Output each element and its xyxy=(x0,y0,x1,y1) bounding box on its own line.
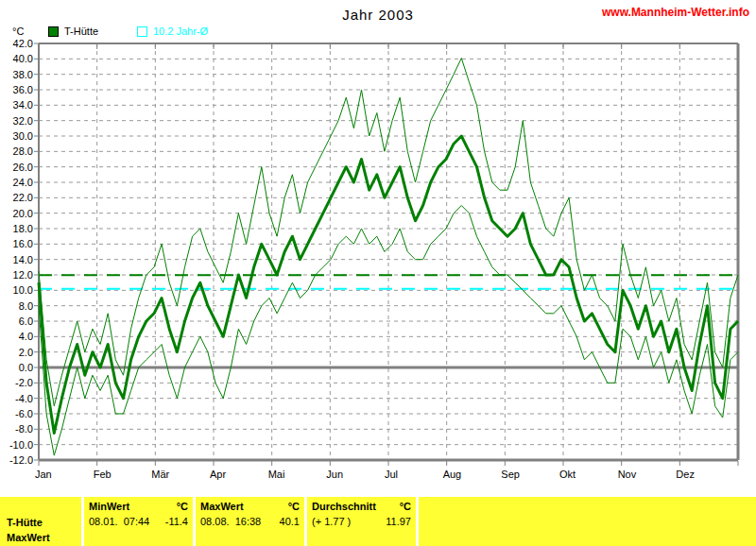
y-axis-unit-label: °C xyxy=(12,26,24,37)
maxwert-unit: °C xyxy=(288,501,300,512)
y-axis-label: 28.0 xyxy=(13,145,33,157)
y-axis-label: -6.0 xyxy=(15,408,33,419)
table-column-durchschnitt: Durchschnitt °C (+ 1.77 ) 11.97 xyxy=(307,497,416,546)
durchschnitt-unit: °C xyxy=(400,501,411,512)
y-axis-label: -12.0 xyxy=(9,454,33,466)
x-axis-label: Feb xyxy=(94,469,112,480)
minwert-header: MinWert xyxy=(89,501,129,512)
table-column-minwert: MinWert °C 08.01. 07:44 -11.4 xyxy=(84,497,193,546)
durchschnitt-anomaly: (+ 1.77 ) xyxy=(312,516,351,527)
x-axis-label: Okt xyxy=(559,469,576,480)
y-axis-label: 2.0 xyxy=(19,347,33,358)
x-axis-label: Aug xyxy=(443,469,462,480)
y-axis-label: 8.0 xyxy=(19,300,33,312)
legend-label-t-huette: T-Hütte xyxy=(64,26,98,37)
y-axis-label: 12.0 xyxy=(13,269,33,281)
y-axis-label: 20.0 xyxy=(13,208,33,219)
y-axis-label: 24.0 xyxy=(13,177,33,188)
y-axis-label: 10.0 xyxy=(13,284,33,296)
x-axis-label: Mai xyxy=(268,469,285,480)
table-row-label-t-huette: T-Hütte xyxy=(7,517,43,528)
y-axis-label: -10.0 xyxy=(9,439,33,451)
y-axis-label: 22.0 xyxy=(13,192,33,203)
durchschnitt-header: Durchschnitt xyxy=(312,501,376,512)
table-row-labels-column: T-Hütte MaxWert xyxy=(0,497,81,546)
y-axis-label: 32.0 xyxy=(13,115,33,127)
y-axis-label: 14.0 xyxy=(13,254,33,265)
legend-swatch-green-icon xyxy=(48,26,59,37)
y-axis-label: 38.0 xyxy=(13,69,33,80)
y-axis-label: 16.0 xyxy=(13,238,33,249)
y-axis-label: -8.0 xyxy=(15,423,33,435)
minwert-value: -11.4 xyxy=(165,516,188,527)
legend-swatch-cyan-icon xyxy=(137,26,147,37)
x-axis-label: Sep xyxy=(501,469,520,480)
maxwert-value: 40.1 xyxy=(280,516,300,527)
y-axis-label: 6.0 xyxy=(19,316,33,327)
legend-item-t-huette: T-Hütte xyxy=(48,26,98,37)
website-link[interactable]: www.Mannheim-Wetter.info xyxy=(602,6,749,19)
durchschnitt-value: 11.97 xyxy=(386,516,411,527)
y-axis-label: 0.0 xyxy=(19,362,33,373)
minwert-datetime: 08.01. 07:44 xyxy=(89,516,149,527)
y-axis-label: 34.0 xyxy=(13,99,33,111)
table-column-maxwert: MaxWert °C 08.08. 16:38 40.1 xyxy=(196,497,304,546)
y-axis-label: 18.0 xyxy=(13,223,33,234)
y-axis-label: 30.0 xyxy=(13,130,33,142)
maxwert-datetime: 08.08. 16:38 xyxy=(200,516,261,527)
y-axis-label: 26.0 xyxy=(13,162,33,173)
chart-svg: JanFebMärAprMaiJunJulAugSepOktNovDez42.0… xyxy=(0,0,756,497)
x-axis-label: Nov xyxy=(618,469,637,480)
y-axis-label: -2.0 xyxy=(15,377,33,388)
x-axis-label: Mär xyxy=(151,469,169,480)
x-axis-label: Jun xyxy=(326,469,343,480)
y-axis-label: 42.0 xyxy=(13,38,33,49)
legend-item-longterm-average: 10.2 Jahr-Ø xyxy=(137,26,208,37)
x-axis-label: Dez xyxy=(676,469,695,480)
x-axis-label: Apr xyxy=(210,469,226,480)
maxwert-header: MaxWert xyxy=(200,501,244,512)
y-axis-label: 40.0 xyxy=(13,53,33,64)
table-filler-cell xyxy=(419,497,756,546)
table-row-label-maxwert: MaxWert xyxy=(7,532,50,543)
minwert-unit: °C xyxy=(177,501,188,512)
y-axis-label: -4.0 xyxy=(15,393,33,404)
x-axis-label: Jul xyxy=(385,469,398,480)
legend-label-longterm: 10.2 Jahr-Ø xyxy=(153,26,208,37)
summary-table: T-Hütte MaxWert MinWert °C 08.01. 07:44 … xyxy=(0,497,756,546)
y-axis-label: 36.0 xyxy=(13,84,33,95)
y-axis-label: 4.0 xyxy=(19,331,33,342)
weather-year-chart-page: JanFebMärAprMaiJunJulAugSepOktNovDez42.0… xyxy=(0,0,756,546)
x-axis-label: Jan xyxy=(35,469,52,480)
